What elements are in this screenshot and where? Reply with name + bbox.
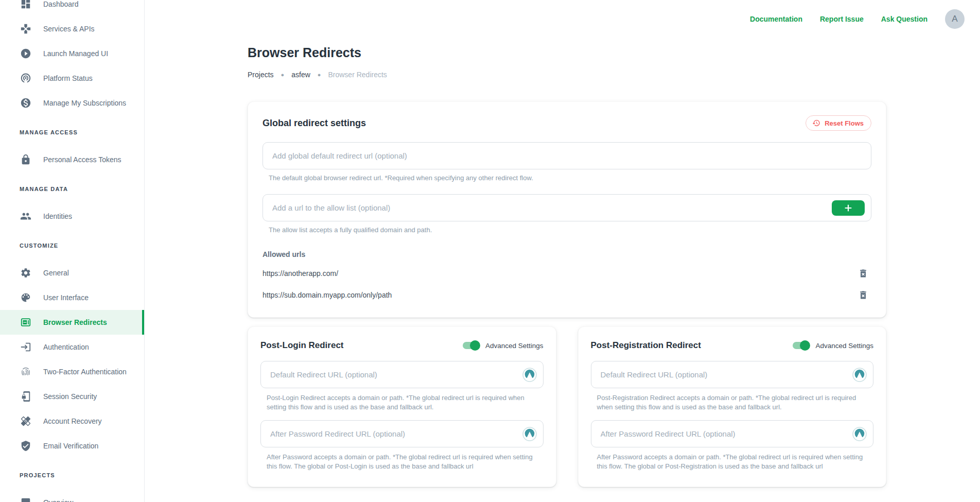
fingerprint-icon [20,366,32,378]
advanced-settings-label: Advanced Settings [815,342,873,350]
history-icon [812,119,820,127]
sidebar-item-launch-managed-ui[interactable]: Launch Managed UI [0,41,144,66]
post-login-after-password-input-wrap [260,420,544,447]
documentation-link[interactable]: Documentation [750,15,802,23]
add-url-button[interactable] [832,200,865,216]
delete-url-button[interactable] [858,268,868,279]
sidebar-item-label: Dashboard [43,0,79,8]
sidebar-item-authentication[interactable]: Authentication [0,335,144,359]
report-issue-link[interactable]: Report Issue [820,15,864,23]
post-registration-after-password-helper: After Password accepts a domain or path.… [597,453,874,471]
sidebar-item-label: Services & APIs [43,25,95,33]
subscriptions-dollar-icon [20,97,32,109]
sidebar-section-manage-data: MANAGE DATA [20,184,144,194]
sidebar-item-label: General [43,269,69,277]
sidebar-nav-list: Dashboard Services & APIs Launch Managed… [0,0,144,502]
sidebar-item-user-interface[interactable]: User Interface [0,285,144,310]
sidebar-item-two-factor[interactable]: Two-Factor Authentication [0,359,144,384]
lock-icon [20,153,32,166]
dynamic-value-icon[interactable] [852,427,867,441]
sidebar-item-platform-status[interactable]: Platform Status [0,66,144,91]
browser-window-icon [20,316,32,328]
sidebar-item-general[interactable]: General [0,261,144,285]
post-login-after-password-helper: After Password accepts a domain or path.… [267,453,544,471]
breadcrumb-dot: ● [318,72,321,78]
gear-icon [20,267,32,279]
global-default-redirect-input[interactable] [262,142,871,169]
breadcrumb-dot: ● [281,72,285,78]
sidebar-section-customize: CUSTOMIZE [20,241,144,250]
page-title: Browser Redirects [248,45,886,60]
sidebar-item-label: Account Recovery [43,417,102,425]
delete-url-button[interactable] [858,290,868,300]
sidebar-item-identities[interactable]: Identities [0,204,144,229]
default-redirect-input-wrap [262,142,871,169]
post-login-default-redirect-input[interactable] [260,361,544,388]
allow-list-input-wrap [262,194,871,221]
sidebar-item-overview[interactable]: Overview [0,490,144,502]
sidebar-item-label: Browser Redirects [43,318,107,326]
image-icon [20,496,32,502]
dynamic-value-icon[interactable] [522,427,537,441]
post-registration-card-header: Post-Registration Redirect Advanced Sett… [591,340,874,351]
sidebar-item-label: Email Verification [43,442,98,450]
reset-flows-label: Reset Flows [825,119,864,127]
allow-list-input[interactable] [262,194,871,221]
allowed-url-row: https://sub.domain.myapp.com/only/path [262,288,871,302]
sidebar-item-personal-access-tokens[interactable]: Personal Access Tokens [0,147,144,172]
sidebar-item-label: Personal Access Tokens [43,155,121,164]
ask-question-link[interactable]: Ask Question [881,15,927,23]
default-redirect-field-group: The default global browser redirect url.… [262,142,871,183]
sidebar-item-label: Authentication [43,343,89,351]
sidebar-item-account-recovery[interactable]: Account Recovery [0,409,144,434]
main-area: Documentation Report Issue Ask Question … [145,0,980,502]
sidebar-item-label: Platform Status [43,74,93,82]
breadcrumb: Projects ● asfew ● Browser Redirects [248,71,886,79]
sidebar-item-label: Session Security [43,392,97,401]
people-icon [20,210,32,222]
post-login-advanced-settings: Advanced Settings [462,340,544,351]
services-apis-icon [20,23,32,35]
default-redirect-helper: The default global browser redirect url.… [269,174,871,183]
post-registration-default-input-wrap [591,361,874,388]
sidebar-item-label: Launch Managed UI [43,49,108,58]
plus-icon [844,204,852,212]
post-registration-default-redirect-input[interactable] [591,361,874,388]
advanced-settings-label: Advanced Settings [485,342,544,350]
sidebar-item-email-verification[interactable]: Email Verification [0,434,144,458]
breadcrumb-project-name[interactable]: asfew [291,71,310,79]
sidebar-section-projects: PROJECTS [20,471,144,480]
post-registration-advanced-settings: Advanced Settings [792,340,873,351]
reset-flows-button[interactable]: Reset Flows [806,115,871,131]
palette-icon [20,291,32,304]
toggle-knob [470,340,480,351]
sidebar-item-label: Manage My Subscriptions [43,99,126,107]
play-circle-icon [20,47,32,60]
breadcrumb-projects[interactable]: Projects [248,71,274,79]
dynamic-value-icon[interactable] [852,368,867,382]
device-lock-icon [20,390,32,403]
topbar: Documentation Report Issue Ask Question … [750,0,980,38]
advanced-settings-toggle[interactable] [462,340,480,351]
sidebar-item-session-security[interactable]: Session Security [0,384,144,409]
sidebar-item-browser-redirects[interactable]: Browser Redirects [0,310,144,335]
dynamic-value-icon[interactable] [522,368,537,382]
avatar[interactable]: A [945,9,965,29]
sidebar-item-dashboard[interactable]: Dashboard [0,0,144,16]
post-registration-default-helper: Post-Registration Redirect accepts a dom… [597,393,874,412]
platform-status-icon [20,72,32,84]
sidebar-item-services-apis[interactable]: Services & APIs [0,16,144,41]
content: Browser Redirects Projects ● asfew ● Bro… [248,45,886,487]
allowed-url-row: https://anotherapp.com/ [262,267,871,280]
login-icon [20,341,32,353]
allowed-urls-title: Allowed urls [262,250,871,258]
global-card-header: Global redirect settings Reset Flows [262,115,871,131]
global-card-title: Global redirect settings [262,118,366,129]
sidebar-item-manage-subscriptions[interactable]: Manage My Subscriptions [0,91,144,115]
toggle-knob [800,340,810,351]
post-registration-after-password-input[interactable] [591,420,874,447]
advanced-settings-toggle[interactable] [792,340,810,351]
sidebar-item-label: Overview [43,498,73,502]
sidebar-section-manage-access: MANAGE ACCESS [20,128,144,137]
post-login-after-password-input[interactable] [260,420,544,447]
